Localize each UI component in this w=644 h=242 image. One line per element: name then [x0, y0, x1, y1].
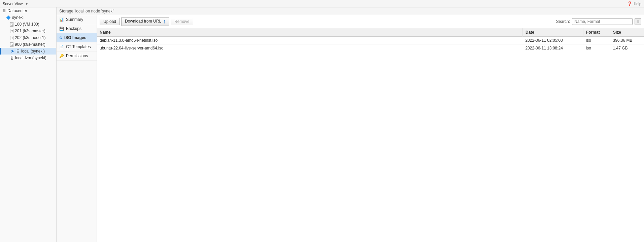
server-view-label: Server View ▼	[3, 2, 28, 6]
search-area: Search: ⊞	[556, 18, 641, 25]
nav-item-label: Permissions	[66, 54, 88, 58]
sidebar-item-label: local (syneki)	[21, 49, 45, 54]
content-area: Storage 'local' on node 'syneki' 📊 Summa…	[57, 7, 644, 242]
templates-icon: 📄	[59, 45, 64, 49]
vm-icon: □	[10, 42, 13, 47]
content-header: Storage 'local' on node 'syneki'	[57, 7, 644, 15]
sidebar-item-label: Datacenter	[7, 8, 27, 13]
main-panel: Upload Download from URL ↑ Remove Search…	[97, 15, 644, 242]
cell-size: 396.36 MB	[610, 37, 644, 44]
nav-item-permissions[interactable]: 🔑 Permissions	[57, 51, 97, 61]
content-header-text: Storage 'local' on node 'syneki'	[59, 9, 114, 13]
sidebar-item-local-syneki[interactable]: ➤ 🗄 local (syneki)	[0, 48, 56, 55]
columns-icon-button[interactable]: ⊞	[635, 18, 641, 25]
sidebar-item-k3s-node1[interactable]: □ 202 (k3s-node-1)	[0, 34, 56, 41]
active-arrow-icon: ➤	[11, 49, 14, 54]
nav-item-label: ISO Images	[64, 35, 86, 40]
upload-button[interactable]: Upload	[100, 18, 120, 25]
table-header-row: Name Date Format Size	[97, 28, 644, 37]
summary-icon: 📊	[59, 18, 64, 22]
search-label: Search:	[556, 19, 570, 24]
sidebar: 🖥 Datacenter 🔷 syneki □ 100 (VM 100) □ 2…	[0, 7, 57, 242]
col-header-format[interactable]: Format	[583, 28, 610, 37]
backups-icon: 💾	[59, 27, 64, 31]
nav-item-label: Backups	[66, 26, 81, 31]
storage-icon: 🗄	[10, 56, 14, 60]
toolbar: Upload Download from URL ↑ Remove Search…	[97, 15, 644, 28]
help-label: Help	[634, 2, 641, 6]
sidebar-item-k8s-master[interactable]: □ 900 (k8s-master)	[0, 41, 56, 48]
col-header-name[interactable]: Name	[97, 28, 523, 37]
sidebar-item-label: 202 (k3s-node-1)	[15, 35, 45, 40]
help-area: ❓ Help	[627, 1, 641, 6]
cell-size: 1.47 GB	[610, 44, 644, 52]
permissions-icon: 🔑	[59, 54, 64, 58]
sidebar-item-label: 201 (k3s-master)	[15, 29, 45, 33]
nav-item-label: CT Templates	[66, 44, 91, 49]
cell-format: iso	[583, 37, 610, 44]
nav-item-iso-images[interactable]: ⊙ ISO Images	[57, 33, 97, 42]
iso-icon: ⊙	[59, 36, 62, 40]
vm-icon: □	[10, 29, 13, 33]
sidebar-item-label: local-lvm (syneki)	[15, 56, 46, 60]
cell-format: iso	[583, 44, 610, 52]
columns-icon: ⊞	[637, 20, 639, 24]
cell-name: ubuntu-22.04-live-server-amd64.iso	[97, 44, 523, 52]
sidebar-item-label: 100 (VM 100)	[15, 22, 39, 27]
cell-date: 2022-06-11 02:05:00	[523, 37, 583, 44]
sidebar-item-local-lvm-syneki[interactable]: 🗄 local-lvm (syneki)	[0, 55, 56, 61]
sidebar-item-k3s-master[interactable]: □ 201 (k3s-master)	[0, 28, 56, 34]
sidebar-item-label: syneki	[12, 15, 24, 20]
cell-name: debian-11.3.0-amd64-netinst.iso	[97, 37, 523, 44]
top-bar: Server View ▼ ❓ Help	[0, 0, 644, 7]
nav-panel: 📊 Summary 💾 Backups ⊙ ISO Images 📄 CT Te…	[57, 15, 97, 242]
col-header-size[interactable]: Size	[610, 28, 644, 37]
nav-item-ct-templates[interactable]: 📄 CT Templates	[57, 42, 97, 51]
nav-item-summary[interactable]: 📊 Summary	[57, 15, 97, 24]
vm-icon: □	[10, 36, 13, 40]
download-url-button[interactable]: Download from URL ↑	[121, 17, 169, 26]
nav-item-backups[interactable]: 💾 Backups	[57, 24, 97, 33]
sidebar-item-label: 900 (k8s-master)	[15, 42, 45, 47]
vm-icon: □	[10, 22, 13, 27]
download-arrow-icon: ↑	[163, 19, 166, 25]
table-area: Name Date Format Size debian-11.3.0-amd6…	[97, 28, 644, 242]
sidebar-item-vm100[interactable]: □ 100 (VM 100)	[0, 21, 56, 28]
node-icon: 🔷	[6, 15, 11, 20]
col-header-date[interactable]: Date	[523, 28, 583, 37]
table-row[interactable]: ubuntu-22.04-live-server-amd64.iso2022-0…	[97, 44, 644, 52]
storage-icon: 🗄	[16, 49, 20, 53]
remove-button[interactable]: Remove	[171, 18, 193, 25]
download-url-label: Download from URL	[125, 19, 161, 24]
datacenter-icon: 🖥	[2, 8, 6, 13]
search-input[interactable]	[572, 18, 633, 25]
table-row[interactable]: debian-11.3.0-amd64-netinst.iso2022-06-1…	[97, 37, 644, 44]
sidebar-item-datacenter[interactable]: 🖥 Datacenter	[0, 7, 56, 14]
cell-date: 2022-06-11 13:08:24	[523, 44, 583, 52]
sidebar-item-syneki[interactable]: 🔷 syneki	[0, 14, 56, 21]
iso-table: Name Date Format Size debian-11.3.0-amd6…	[97, 28, 644, 52]
nav-item-label: Summary	[66, 17, 83, 22]
question-mark-icon: ❓	[627, 1, 632, 6]
